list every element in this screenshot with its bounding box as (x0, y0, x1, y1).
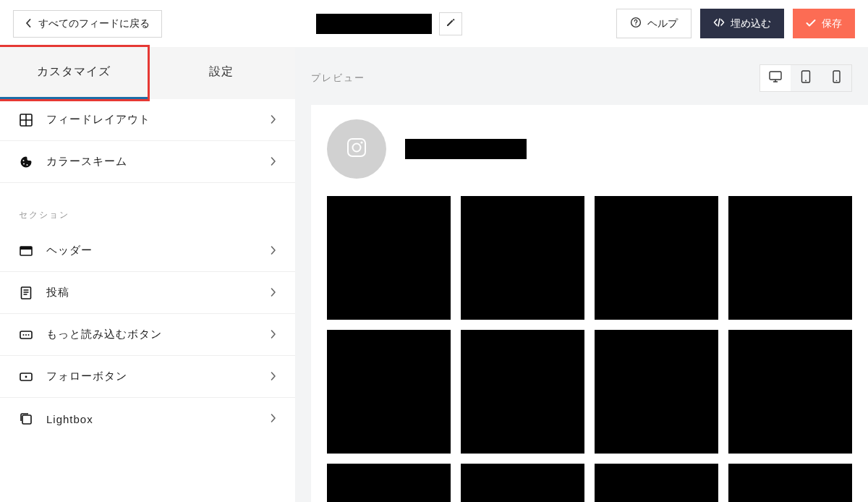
chevron-right-icon (271, 286, 276, 299)
follow-button-icon (19, 370, 33, 384)
section-title: セクション (0, 183, 295, 230)
embed-button[interactable]: 埋め込む (700, 9, 784, 38)
sidebar-item-label: フィードレイアウト (46, 113, 271, 127)
post-tile[interactable] (461, 196, 584, 320)
chevron-right-icon (271, 412, 276, 425)
svg-point-20 (835, 80, 837, 82)
desktop-icon (769, 71, 782, 85)
svg-rect-8 (22, 287, 31, 299)
post-tile[interactable] (595, 330, 718, 454)
sidebar-item-load-more[interactable]: もっと読み込むボタン (0, 314, 295, 356)
main: カスタマイズ 設定 フィードレイアウト カラースキーム (0, 47, 868, 502)
instagram-header (327, 119, 852, 179)
save-button[interactable]: 保存 (793, 9, 855, 38)
chevron-left-icon (25, 18, 31, 30)
sidebar-item-label: フォローボタン (46, 370, 271, 383)
sidebar-item-follow-button[interactable]: フォローボタン (0, 356, 295, 398)
svg-rect-15 (22, 415, 31, 424)
post-tile[interactable] (728, 196, 852, 320)
help-label: ヘルプ (647, 17, 678, 30)
tab-label: 設定 (209, 64, 234, 80)
sidebar-item-label: カラースキーム (46, 155, 271, 169)
mobile-icon (833, 70, 841, 86)
top-actions: ヘルプ 埋め込む 保存 (616, 9, 855, 38)
lightbox-icon (19, 412, 33, 426)
device-mobile-button[interactable] (821, 65, 851, 91)
device-desktop-button[interactable] (760, 65, 791, 91)
check-icon (806, 18, 816, 30)
feed-title-redacted (316, 14, 432, 34)
post-grid (327, 196, 852, 502)
sidebar: カスタマイズ 設定 フィードレイアウト カラースキーム (0, 47, 295, 502)
tablet-icon (801, 70, 811, 86)
tab-settings[interactable]: 設定 (148, 47, 295, 99)
edit-title-button[interactable] (439, 12, 462, 35)
post-tile[interactable] (595, 196, 718, 320)
preview-header: プレビュー (295, 64, 868, 105)
chevron-right-icon (271, 114, 276, 127)
post-tile[interactable] (327, 464, 451, 502)
post-tile[interactable] (327, 330, 451, 454)
sidebar-item-label: Lightbox (46, 413, 271, 425)
back-label: すべてのフィードに戻る (38, 17, 150, 30)
chevron-right-icon (271, 244, 276, 258)
post-tile[interactable] (327, 196, 451, 320)
save-label: 保存 (822, 17, 842, 30)
svg-point-14 (25, 375, 27, 378)
back-button[interactable]: すべてのフィードに戻る (13, 10, 162, 38)
pencil-icon (446, 17, 456, 30)
post-tile[interactable] (728, 330, 852, 454)
sidebar-item-lightbox[interactable]: Lightbox (0, 398, 295, 440)
grid-icon (19, 113, 33, 127)
sidebar-item-posts[interactable]: 投稿 (0, 272, 295, 314)
post-tile[interactable] (461, 464, 584, 502)
post-tile[interactable] (728, 464, 852, 502)
svg-point-4 (23, 163, 25, 164)
palette-icon (19, 155, 33, 169)
instagram-icon (344, 135, 369, 163)
preview-card (311, 105, 868, 502)
chevron-right-icon (271, 370, 276, 383)
sidebar-item-feed-layout[interactable]: フィードレイアウト (0, 99, 295, 141)
code-icon (713, 17, 725, 30)
sidebar-item-label: もっと読み込むボタン (46, 328, 271, 341)
post-tile[interactable] (461, 330, 584, 454)
chevron-right-icon (271, 328, 276, 341)
tab-customize[interactable]: カスタマイズ (0, 47, 148, 99)
svg-point-3 (23, 160, 25, 161)
svg-point-18 (805, 80, 807, 82)
chevron-right-icon (271, 156, 276, 169)
tabs: カスタマイズ 設定 (0, 47, 295, 99)
svg-rect-16 (770, 72, 781, 80)
sidebar-item-header[interactable]: ヘッダー (0, 230, 295, 272)
svg-rect-7 (20, 247, 32, 250)
sidebar-item-label: ヘッダー (46, 244, 271, 258)
topbar: すべてのフィードに戻る ヘルプ 埋め込む 保存 (0, 0, 868, 47)
sidebar-list: フィードレイアウト カラースキーム セクション ヘッダー (0, 99, 295, 440)
sidebar-item-color-scheme[interactable]: カラースキーム (0, 141, 295, 183)
svg-point-11 (25, 334, 27, 336)
embed-label: 埋め込む (731, 17, 771, 30)
header-icon (19, 244, 33, 258)
avatar (327, 119, 386, 179)
preview-area: プレビュー (295, 47, 868, 502)
load-more-icon (19, 328, 33, 342)
device-tablet-button[interactable] (791, 65, 821, 91)
sidebar-item-label: 投稿 (46, 286, 271, 299)
username-redacted (405, 139, 527, 159)
help-icon (630, 17, 642, 30)
tab-label: カスタマイズ (37, 64, 111, 80)
svg-point-22 (353, 144, 361, 152)
svg-point-12 (28, 334, 30, 336)
document-icon (19, 286, 33, 300)
svg-point-1 (635, 25, 636, 25)
preview-label: プレビュー (311, 72, 365, 85)
svg-point-10 (23, 334, 25, 336)
svg-point-5 (27, 164, 28, 166)
device-toggle (760, 64, 852, 92)
svg-rect-21 (348, 139, 365, 156)
title-area (316, 12, 462, 35)
svg-point-23 (360, 141, 362, 143)
post-tile[interactable] (595, 464, 718, 502)
help-button[interactable]: ヘルプ (616, 9, 692, 38)
